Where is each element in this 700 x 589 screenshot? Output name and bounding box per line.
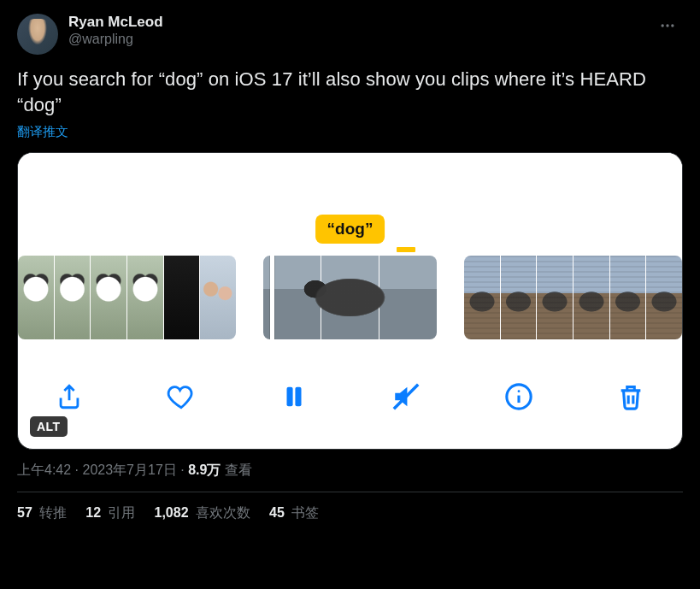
search-term-label: “dog” (315, 215, 385, 244)
clip-group-3[interactable] (464, 256, 682, 339)
svg-point-0 (662, 24, 664, 27)
clip-group-2[interactable] (263, 256, 437, 339)
heart-icon (167, 382, 196, 411)
like-button[interactable] (166, 381, 197, 412)
quotes-stat[interactable]: 12 引用 (85, 504, 135, 522)
media-controls (18, 356, 682, 449)
media-card[interactable]: “dog” (17, 152, 683, 450)
tweet-date[interactable]: 2023年7月17日 (82, 462, 176, 477)
author-name[interactable]: Ryan McLeod (68, 14, 163, 31)
tweet-meta: 上午4:42 · 2023年7月17日 · 8.9万 查看 (17, 462, 683, 480)
playhead[interactable] (270, 256, 274, 339)
user-block: Ryan McLeod @warpling (68, 14, 163, 48)
thumbnail (18, 256, 54, 339)
author-handle[interactable]: @warpling (68, 31, 163, 47)
more-button[interactable] (652, 14, 683, 41)
thumbnail (464, 256, 500, 339)
info-button[interactable] (503, 381, 534, 412)
views-count: 8.9万 (188, 462, 221, 477)
bookmarks-stat[interactable]: 45 书签 (269, 504, 319, 522)
svg-point-8 (517, 391, 520, 393)
retweets-stat[interactable]: 57 转推 (17, 504, 67, 522)
pause-icon (279, 382, 309, 411)
tweet-header: Ryan McLeod @warpling (17, 14, 683, 55)
video-timeline[interactable] (18, 256, 682, 339)
stats-row: 57 转推 12 引用 1,082 喜欢次数 45 书签 (17, 504, 683, 522)
thumbnail (610, 256, 646, 339)
tweet-text: If you search for “dog” on iOS 17 it’ll … (17, 67, 683, 117)
media-whitespace: “dog” (18, 153, 682, 244)
divider (17, 492, 683, 492)
thumbnail (321, 256, 379, 339)
svg-rect-3 (286, 387, 292, 407)
trash-icon (616, 382, 645, 411)
mute-icon (391, 382, 421, 411)
thumbnail (646, 256, 682, 339)
share-button[interactable] (54, 381, 85, 412)
thumbnail (164, 256, 200, 339)
thumbnail (379, 256, 437, 339)
thumbnail (127, 256, 163, 339)
likes-stat[interactable]: 1,082 喜欢次数 (155, 504, 251, 522)
more-icon (659, 17, 676, 34)
thumbnail (55, 256, 91, 339)
tweet-time[interactable]: 上午4:42 (17, 462, 71, 477)
search-term-marker (397, 247, 415, 252)
views-label[interactable]: 查看 (221, 462, 251, 477)
thumbnail (537, 256, 573, 339)
share-icon (55, 382, 84, 411)
svg-rect-4 (295, 387, 301, 407)
avatar[interactable] (17, 14, 58, 55)
thumbnail (501, 256, 537, 339)
translate-link[interactable]: 翻译推文 (17, 124, 683, 140)
mute-button[interactable] (391, 381, 421, 412)
clip-group-1[interactable] (18, 256, 236, 339)
thumbnail (200, 256, 236, 339)
svg-point-1 (666, 24, 668, 27)
thumbnail (91, 256, 126, 339)
info-icon (504, 382, 533, 411)
thumbnail (574, 256, 609, 339)
delete-button[interactable] (615, 381, 646, 412)
alt-badge[interactable]: ALT (30, 416, 68, 437)
svg-point-2 (671, 24, 674, 27)
tweet-container: Ryan McLeod @warpling If you search for … (0, 0, 700, 531)
pause-button[interactable] (279, 381, 309, 412)
